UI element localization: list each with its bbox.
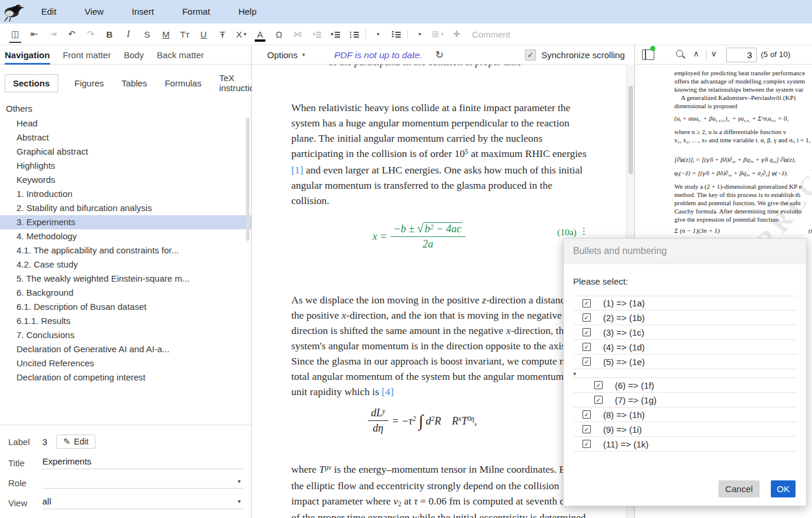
clear-format-icon: X (236, 29, 242, 39)
bold-button[interactable]: B (102, 26, 117, 42)
strikethrough-button[interactable]: Ŧ (215, 26, 229, 42)
checkbox-checked[interactable]: ✓ (583, 440, 591, 448)
clear-format-button[interactable]: X ▾ (234, 26, 248, 42)
numbering-option-row[interactable]: ✓ (8) => (1h) (573, 407, 797, 422)
checkbox-checked[interactable]: ✓ (583, 357, 591, 366)
list-expander-row[interactable]: ▾ (573, 369, 797, 378)
numbering-option-row[interactable]: ✓ (2) => (1b) (573, 310, 797, 325)
cancel-button[interactable]: Cancel (718, 480, 760, 497)
edit-label-button[interactable]: ✎ Edit (56, 435, 95, 449)
numbering-option-row[interactable]: ✓ (6) => (1f) (573, 378, 797, 393)
numbering-option-row[interactable]: ✓ (4) => (1d) (573, 340, 797, 355)
math-mode-button[interactable]: M (159, 26, 173, 42)
menubar: Edit View Insert Format Help (0, 0, 812, 24)
section-item-introduction[interactable]: 1. Introduction (0, 187, 251, 201)
font-color-button[interactable]: A (253, 26, 267, 42)
section-item-abstract[interactable]: Abstract (0, 131, 251, 145)
checkbox-checked[interactable]: ✓ (583, 328, 591, 336)
scrollbar-thumb[interactable] (246, 118, 249, 241)
numbered-list-button[interactable] (389, 26, 403, 42)
underline-button[interactable]: U (197, 26, 211, 42)
view-select[interactable]: all ▾ (42, 496, 243, 509)
section-item-experiments[interactable]: 3. Experiments (0, 215, 251, 229)
section-item-stability[interactable]: 2. Stability and bifurcation analysis (0, 201, 251, 215)
checkbox-checked[interactable]: ✓ (594, 381, 603, 389)
numbering-option-row[interactable]: ✓ (11) => (1k) (573, 437, 797, 452)
sync-scrolling-checkbox[interactable]: ✓ (525, 49, 536, 61)
bullet-list-button[interactable] (347, 26, 361, 42)
indent-button[interactable] (328, 26, 342, 42)
checkbox-checked[interactable]: ✓ (594, 396, 603, 404)
numbered-list-menu-button[interactable]: ▾ (412, 26, 426, 42)
menu-format[interactable]: Format (168, 0, 225, 24)
ok-button[interactable]: OK (771, 480, 796, 497)
section-item-uncited-references[interactable]: Uncited References (0, 356, 251, 370)
section-item-results[interactable]: 6.1.1. Results (0, 314, 251, 328)
numbering-option-row[interactable]: ✓ (9) => (1i) (573, 422, 797, 437)
menu-view[interactable]: View (71, 0, 118, 24)
section-item-highlights[interactable]: Highlights (0, 159, 251, 173)
undo-button[interactable]: ↶ (65, 26, 79, 42)
font-size-button[interactable]: Tᴛ (178, 26, 192, 42)
checkbox-checked[interactable]: ✓ (583, 410, 591, 419)
tab-navigation[interactable]: Navigation (5, 45, 50, 65)
paragraph[interactable]: where Tμν is the energy–momentum tensor … (291, 462, 588, 518)
special-char-button[interactable]: Ω (272, 26, 286, 42)
checkbox-checked[interactable]: ✓ (583, 343, 591, 351)
section-item-head[interactable]: Head (0, 116, 251, 131)
section-item-declaration-ai[interactable]: Declaration of Generative AI and AI-a... (0, 342, 251, 356)
paragraph[interactable]: As we displace the ion moving in the pos… (291, 292, 588, 399)
numbering-option-row[interactable]: ✓ (7) => (1g) (573, 393, 797, 407)
menu-help[interactable]: Help (224, 0, 271, 24)
italic-button[interactable]: I (121, 26, 135, 42)
tab-back-matter[interactable]: Back matter (157, 45, 204, 65)
next-match-button[interactable]: ∨ (711, 49, 717, 58)
checkbox-checked[interactable]: ✓ (583, 313, 591, 322)
skip-back-button[interactable]: ⇤ (27, 26, 41, 42)
section-item-graphical-abstract[interactable]: Graphical abstract (0, 145, 251, 159)
kebab-menu-icon[interactable]: ⋮ (580, 226, 588, 236)
options-menu-button[interactable]: Options ▾ (267, 50, 305, 60)
toggle-panel-button[interactable]: ◫ (8, 26, 22, 42)
paragraph[interactable]: When relativistic heavy ions collide at … (291, 100, 588, 208)
numbering-option-row[interactable]: ✓ (1) => (1a) (573, 296, 797, 310)
section-item-conclusions[interactable]: 7. Conclusions (0, 328, 251, 342)
search-icon[interactable] (676, 50, 683, 57)
menu-edit[interactable]: Edit (27, 0, 71, 24)
bullet-list-menu-button[interactable]: ▾ (370, 26, 384, 42)
equation-quadratic[interactable]: x = −b ± √b2 − 4ac 2a (291, 222, 550, 250)
section-item-case-study[interactable]: 4.2. Case study (0, 258, 251, 272)
tab-front-matter[interactable]: Front matter (63, 45, 111, 65)
title-value[interactable]: Experiments (42, 456, 91, 466)
section-item-background[interactable]: 6. Background (0, 286, 251, 300)
table-icon: ⊞ (432, 29, 440, 39)
option-label: (9) => (1i) (603, 425, 642, 435)
checkbox-checked[interactable]: ✓ (583, 425, 591, 433)
equation-angular-momentum[interactable]: dLy dη = −τ2 ∫ d2R⃗ RxT0η, (291, 407, 550, 435)
section-item-applicability[interactable]: 4.1. The applicability and constraints f… (0, 243, 251, 258)
section-item-weakly-weighted[interactable]: 5. The weakly weighted Einstein-square m… (0, 272, 251, 286)
numbering-option-row[interactable]: ✓ (5) => (1e) (573, 355, 797, 369)
numbering-option-row[interactable]: ✓ (3) => (1c) (573, 325, 797, 340)
scrollbar-thumb[interactable] (628, 86, 633, 174)
section-item-keywords[interactable]: Keywords (0, 173, 251, 187)
toolbar: ◫ ⇤ ⇥ ↶ ↷ B I S M Tᴛ U Ŧ X ▾ A Ω ⋈ ▾ ▾ ⊞… (0, 24, 812, 45)
section-item-busan-dataset[interactable]: 6.1. Description of Busan dataset (0, 300, 251, 314)
refresh-icon[interactable]: ↻ (435, 50, 444, 60)
menu-insert[interactable]: Insert (118, 0, 168, 24)
section-item-competing-interest[interactable]: Declaration of competing interest (0, 370, 251, 385)
chevron-down-icon: ▾ (441, 31, 444, 37)
tab-body[interactable]: Body (124, 45, 144, 65)
smallcaps-button[interactable]: S (140, 26, 154, 42)
role-select[interactable]: ▾ (42, 477, 243, 489)
previous-match-button[interactable]: ∧ (693, 49, 699, 58)
section-item-methodology[interactable]: 4. Methodology (0, 229, 251, 243)
subtab-figures[interactable]: Figures (74, 75, 105, 92)
checkbox-checked[interactable]: ✓ (583, 299, 591, 308)
subtab-sections[interactable]: Sections (5, 74, 58, 92)
app-logo[interactable] (0, 0, 27, 24)
page-number-input[interactable] (726, 48, 757, 62)
subtab-tables[interactable]: Tables (121, 75, 148, 92)
dialog-prompt: Please select: (573, 276, 806, 286)
subtab-formulas[interactable]: Formulas (164, 75, 203, 92)
